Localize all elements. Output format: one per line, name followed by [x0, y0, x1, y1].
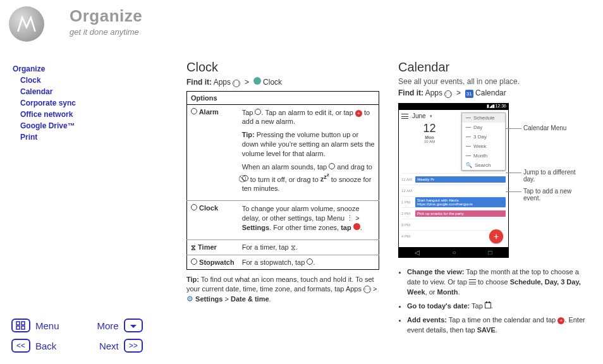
time-1pm: 1 PM	[401, 200, 415, 204]
fab-icon-inline: +	[557, 317, 564, 324]
dropdown-caret-icon: ▾	[430, 114, 432, 119]
event-hangout[interactable]: Start hangout with Alexishttps://plus.go…	[415, 197, 506, 207]
table-of-contents: Organize Clock Calendar Corporate sync O…	[13, 63, 76, 143]
svg-rect-2	[16, 326, 20, 329]
nav-home-icon[interactable]: ○	[452, 249, 456, 256]
toc-link-clock[interactable]: Clock	[20, 75, 76, 86]
hamburger-icon	[469, 279, 476, 284]
timer-row-text: For a timer, tap ⧖.	[238, 240, 379, 255]
motorola-logo	[9, 6, 44, 42]
calendar-app-icon: 31	[465, 90, 473, 98]
clock-row-text: To change your alarm volume, snooze dela…	[238, 201, 379, 240]
fab-add-event[interactable]: +	[489, 229, 503, 243]
event-snacks[interactable]: Pick up snacks for the party	[415, 210, 506, 217]
next-icon: >>	[124, 339, 143, 353]
event-weekly[interactable]: Weekly Pr	[415, 176, 506, 183]
findit-label: Find it:	[186, 78, 212, 87]
toc-link-corporate-sync[interactable]: Corporate sync	[20, 97, 76, 109]
menu-button[interactable]: Menu	[11, 318, 59, 332]
clock-options-table: Options Alarm Tap . Tap an alarm to edit…	[186, 91, 379, 270]
bullet-today: Go to today's date: Tap .	[407, 301, 591, 312]
page-title: Organize	[70, 6, 142, 26]
back-label: Back	[35, 341, 56, 351]
navigation-buttons: Menu More << Back >> Next	[11, 318, 143, 353]
menu-item-search[interactable]: 🔍Search	[462, 161, 505, 170]
toc-link-calendar[interactable]: Calendar	[20, 86, 76, 97]
calendar-findit: Find it: Apps ⋮⋮ > 31 Calendar	[398, 88, 591, 98]
svg-rect-1	[21, 322, 25, 325]
alarm-icon	[191, 108, 197, 114]
apps-icon-3: ⋮⋮	[444, 90, 452, 98]
findit-clock-text: Clock	[263, 78, 282, 87]
alarm-row-text: Tap . Tap an alarm to edit it, or tap + …	[238, 104, 379, 201]
today-icon	[485, 302, 491, 308]
dismiss-icon: ⃠	[242, 175, 248, 181]
search-icon: 🔍	[466, 162, 472, 168]
clock-section: Clock Find it: Apps ⋮⋮ > Clock Options A…	[186, 60, 379, 339]
next-button[interactable]: >> Next	[97, 339, 143, 353]
bullet-change-view: Change the view: Tap the month at the to…	[407, 267, 591, 298]
more-button[interactable]: More	[97, 318, 143, 332]
menu-item-schedule[interactable]: Schedule	[462, 113, 505, 123]
timezone-icon	[353, 223, 360, 230]
stopwatch-icon-2	[307, 258, 313, 265]
clock-heading: Clock	[186, 60, 379, 75]
clock-row-icon	[191, 204, 197, 210]
back-button[interactable]: << Back	[11, 339, 59, 353]
time-3pm: 3 PM	[401, 223, 415, 227]
month-label: June	[412, 112, 426, 119]
drawer-icon	[401, 114, 408, 119]
calendar-section: Calendar See all your events, all in one…	[398, 60, 591, 339]
nav-recent-icon[interactable]: □	[488, 249, 492, 256]
bullet-add-events: Add events: Tap a time on the calendar a…	[407, 315, 591, 336]
clock-app-icon	[253, 77, 261, 85]
apps-icon: ⋮⋮	[233, 80, 240, 87]
time-12am: 12 AM	[401, 189, 415, 193]
toc-link-print[interactable]: Print	[20, 131, 76, 143]
time-11am: 11 AM	[401, 178, 415, 181]
menu-icon	[11, 318, 30, 332]
apps-icon-2: ⋮⋮	[363, 286, 371, 293]
hourglass-icon-2: ⧖	[291, 243, 296, 251]
calendar-dropdown-menu: Schedule Day 3 Day Week Month 🔍Search	[461, 112, 506, 171]
calendar-bullets: Change the view: Tap the month at the to…	[398, 267, 591, 336]
phone-mockup-wrap: ▮◢▮12:36 June ▾ 12 Mon 10	[398, 103, 588, 261]
nav-back-icon[interactable]: ◁	[415, 249, 420, 256]
menu-label: Menu	[35, 320, 59, 331]
page-header: Organize get it done anytime	[70, 6, 142, 37]
menu-item-week[interactable]: Week	[462, 142, 505, 151]
alarm-sound-icon	[329, 163, 335, 169]
cal-findit-suffix: Calendar	[475, 88, 506, 97]
toc-link-organize[interactable]: Organize	[13, 63, 76, 75]
add-alarm-icon: +	[355, 110, 362, 117]
phone-mockup: ▮◢▮12:36 June ▾ 12 Mon 10	[398, 103, 509, 258]
menu-item-day[interactable]: Day	[462, 123, 505, 132]
stopwatch-icon	[191, 258, 197, 265]
stopwatch-row-text: For a stopwatch, tap .	[238, 255, 379, 269]
toc-link-google-drive[interactable]: Google Drive™	[20, 120, 76, 131]
more-icon	[124, 318, 143, 332]
svg-rect-0	[16, 322, 20, 325]
time-2pm: 2 PM	[401, 212, 415, 215]
back-icon: <<	[11, 339, 30, 353]
findit-apps-text: Apps	[214, 78, 231, 87]
clock-bottom-tip: Tip: To find out what an icon means, tou…	[186, 275, 379, 305]
cal-findit-label: Find it:	[398, 88, 423, 97]
page-subtitle: get it done anytime	[70, 27, 142, 37]
more-label: More	[97, 320, 119, 331]
menu-item-3day[interactable]: 3 Day	[462, 132, 505, 142]
menu-item-month[interactable]: Month	[462, 151, 505, 161]
callout-jump: Jump to a different day.	[523, 169, 588, 183]
next-label: Next	[99, 341, 119, 351]
settings-gear-icon: ⚙	[186, 294, 193, 303]
alarm-row-label: Alarm	[187, 104, 238, 201]
menu-dots-icon: ⋮	[346, 214, 353, 222]
options-header: Options	[187, 91, 379, 104]
time-4pm: 4 PM	[401, 234, 415, 238]
date-time: 10 AM	[401, 140, 458, 143]
clock-row-label: Clock	[187, 201, 238, 240]
motorola-m-icon	[16, 13, 37, 35]
date-day: Mon	[401, 135, 458, 140]
status-bar: ▮◢▮12:36	[399, 104, 508, 110]
toc-link-office-network[interactable]: Office network	[20, 109, 76, 120]
